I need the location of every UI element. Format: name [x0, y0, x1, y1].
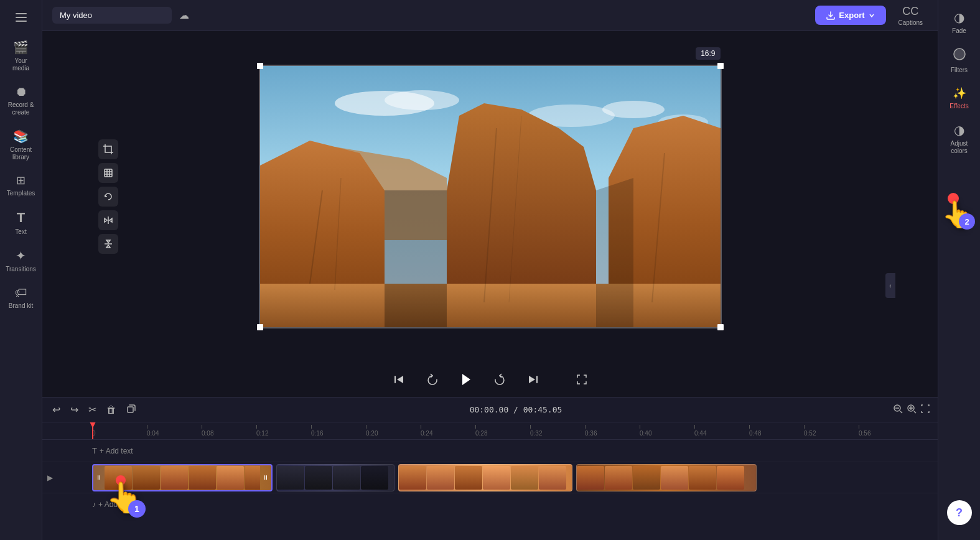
redo-button[interactable]: ↪: [68, 401, 81, 418]
sidebar-item-content-library[interactable]: 📚 Content library: [2, 124, 40, 166]
right-sidebar-item-adjust-colors[interactable]: ◑ Adjust colors: [940, 118, 979, 160]
flip-h-tool-button[interactable]: [98, 210, 118, 230]
add-audio-track-button[interactable]: ♪ + Add audio: [42, 493, 938, 516]
resize-handle-br[interactable]: [717, 324, 724, 330]
skip-to-start-button[interactable]: [388, 368, 410, 391]
fullscreen-icon: [576, 374, 587, 385]
ruler-tick-5: 0:20: [366, 425, 421, 437]
skip-to-end-button[interactable]: [522, 368, 544, 391]
main-area: ☁ Export CC Captions: [42, 0, 938, 540]
video-track-content[interactable]: ⏸ ⏸: [92, 462, 938, 493]
crop-icon: [103, 144, 113, 154]
undo-button[interactable]: ↩: [50, 401, 63, 418]
skip-start-icon: [393, 374, 404, 385]
resize-handle-bl[interactable]: [257, 324, 263, 330]
right-sidebar-item-effects[interactable]: ✨ Effects: [940, 81, 979, 115]
resize-handle-tl[interactable]: [257, 63, 263, 69]
left-sidebar: 🎬 Your media ⏺ Record & create 📚 Content…: [0, 0, 42, 540]
canvas-area: 16:9: [42, 31, 938, 362]
video-clip-2[interactable]: [276, 464, 394, 491]
sidebar-item-text[interactable]: T Text: [2, 205, 40, 241]
ruler-marks: 0 0:04 0:08 0:12 0:16: [92, 425, 933, 437]
playhead[interactable]: [92, 422, 93, 439]
sidebar-item-label-templates: Templates: [7, 190, 35, 197]
video-canvas-svg: [260, 66, 721, 327]
forward-icon: [493, 373, 506, 386]
zoom-out-button[interactable]: [893, 404, 903, 416]
timeline-tracks: T + Add text ▶ ⏸: [42, 440, 938, 540]
svg-marker-28: [397, 376, 403, 383]
timeline-ruler: 0 0:04 0:08 0:12 0:16: [42, 422, 938, 440]
right-sidebar: ◑ Fade Filters ✨ Effects ◑ Adjust colors…: [938, 0, 980, 540]
export-icon: [826, 11, 835, 20]
captions-label: Captions: [898, 19, 923, 26]
ruler-tick-8: 0:32: [530, 425, 585, 437]
video-track-row: ▶ ⏸: [42, 462, 938, 493]
video-clip-4[interactable]: [576, 464, 757, 491]
duplicate-button[interactable]: [124, 401, 139, 419]
editor-area: 16:9: [42, 31, 938, 540]
captions-button[interactable]: CC Captions: [894, 2, 928, 29]
video-frame[interactable]: [260, 66, 721, 327]
ruler-tick-10: 0:40: [640, 425, 694, 437]
video-clip-1[interactable]: ⏸ ⏸: [92, 464, 273, 491]
flip-vertical-icon: [103, 239, 113, 249]
video-clip-3[interactable]: [398, 464, 572, 491]
cloud-save-icon[interactable]: ☁: [179, 9, 189, 21]
zoom-out-icon: [893, 404, 903, 414]
resize-handle-tr[interactable]: [717, 63, 724, 69]
crop-tool-button[interactable]: [98, 139, 118, 159]
transitions-icon: ✦: [16, 248, 26, 263]
sidebar-item-brand-kit[interactable]: 🏷 Brand kit: [2, 281, 40, 315]
svg-point-11: [385, 90, 459, 110]
right-sidebar-label-adjust-colors: Adjust colors: [944, 140, 975, 155]
right-sidebar-item-filters[interactable]: Filters: [940, 42, 979, 79]
svg-rect-2: [16, 21, 27, 22]
zoom-in-button[interactable]: [907, 404, 917, 416]
cursor-annotation-2: 👆 2: [941, 199, 974, 230]
svg-line-37: [914, 411, 916, 413]
ruler-tick-13: 0:52: [804, 425, 859, 437]
flip-v-tool-button[interactable]: [98, 234, 118, 254]
svg-rect-19: [260, 284, 721, 327]
effects-icon: ✨: [953, 86, 966, 100]
svg-line-34: [900, 411, 902, 413]
duplicate-icon: [126, 404, 136, 414]
export-button[interactable]: Export: [815, 6, 885, 25]
video-title-input[interactable]: [52, 7, 172, 24]
delete-button[interactable]: 🗑: [104, 402, 119, 418]
fit-timeline-button[interactable]: [920, 404, 930, 416]
menu-button[interactable]: [9, 5, 34, 30]
svg-marker-31: [529, 376, 535, 383]
svg-point-13: [602, 101, 665, 118]
sidebar-item-record-create[interactable]: ⏺ Record & create: [2, 80, 40, 121]
sidebar-item-your-media[interactable]: 🎬 Your media: [2, 35, 40, 77]
ruler-tick-2: 0:08: [202, 425, 256, 437]
play-pause-button[interactable]: [455, 368, 477, 391]
cut-button[interactable]: ✂: [86, 401, 99, 418]
video-track-label: ▶: [42, 473, 92, 482]
rotate-icon: [103, 192, 113, 202]
help-button[interactable]: ?: [947, 500, 972, 525]
fullscreen-button[interactable]: [571, 368, 593, 391]
sidebar-item-templates[interactable]: ⊞ Templates: [2, 169, 40, 202]
fade-icon: ◑: [954, 10, 964, 25]
flip-horizontal-icon: [103, 215, 113, 225]
forward-5s-button[interactable]: [488, 368, 511, 391]
zoom-in-icon: [907, 404, 917, 414]
right-sidebar-item-fade[interactable]: ◑ Fade: [940, 5, 979, 40]
sidebar-item-label-brand-kit: Brand kit: [9, 302, 33, 310]
sidebar-item-transitions[interactable]: ✦ Transitions: [2, 243, 40, 278]
aspect-ratio-badge: 16:9: [696, 47, 720, 60]
ruler-tick-9: 0:36: [585, 425, 640, 437]
clip-end-icon-1: ⏸: [260, 474, 271, 481]
add-text-track-button[interactable]: T + Add text: [42, 440, 938, 462]
ruler-tick-11: 0:44: [694, 425, 749, 437]
rotate-tool-button[interactable]: [98, 187, 118, 207]
brand-kit-icon: 🏷: [15, 286, 27, 300]
collapse-right-panel-button[interactable]: ‹: [885, 273, 895, 298]
svg-rect-8: [105, 169, 112, 177]
timeline-toolbar: ↩ ↪ ✂ 🗑 00:00.00 / 00:45.05: [42, 398, 938, 422]
rewind-5s-button[interactable]: [421, 368, 444, 391]
resize-tool-button[interactable]: [98, 163, 118, 183]
